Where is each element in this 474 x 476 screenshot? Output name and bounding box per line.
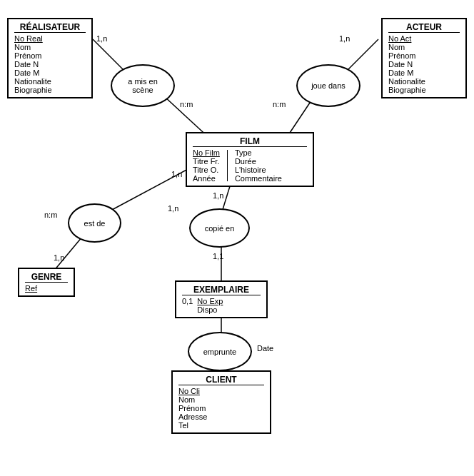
acteur-prenom: Prénom [388,51,460,60]
realisateur-date-n: Date N [14,60,86,69]
card-real-top: 1,n [96,34,107,43]
client-tel: Tel [178,421,264,430]
exemplaire-right: No Exp Dispo [197,297,223,314]
copie-en-relation: copié en [189,208,250,248]
genre-attrs: Ref [25,284,68,293]
film-type: Type [235,148,282,157]
card-est-de-1n: 1,n [54,253,64,262]
acteur-nationalite: Nationalite [388,77,460,86]
film-duree: Durée [235,157,282,166]
film-titre-o: Titre O. [193,166,220,174]
card-acteur-top: 1,n [339,34,350,43]
acteur-date-m: Date M [388,69,460,77]
a-mis-en-scene-label: a mis enscène [128,77,158,94]
client-title: CLIENT [178,375,264,385]
film-attrs-right: Type Durée L'histoire Commentaire [235,148,282,183]
joue-dans-label: joue dans [311,81,346,90]
acteur-nom: Nom [388,43,460,51]
film-entity: FILM No Film Titre Fr. Titre O. Année Ty… [186,132,314,187]
client-nom: Nom [178,395,264,404]
erd-diagram: RÉALISATEUR No Real Nom Prénom Date N Da… [0,0,474,476]
joue-dans-relation: joue dans [296,64,360,107]
acteur-title: ACTEUR [388,22,460,33]
realisateur-entity: RÉALISATEUR No Real Nom Prénom Date N Da… [7,18,93,98]
film-title: FILM [193,136,307,147]
film-attrs-left: No Film Titre Fr. Titre O. Année [193,148,220,183]
film-histoire: L'histoire [235,166,282,174]
film-attrs-divider [227,150,228,181]
realisateur-prenom: Prénom [14,51,86,60]
genre-ref: Ref [25,284,68,293]
card-film-copie-film: 1,n [213,191,223,200]
acteur-date-n: Date N [388,60,460,69]
card-rel-acteur-nm: n:m [273,100,286,108]
exemplaire-attrs-container: 0,1 No Exp Dispo [182,297,261,314]
card-est-de-nm: n:m [44,211,57,219]
exemplaire-left: 0,1 [182,297,193,314]
exemplaire-title: EXEMPLAIRE [182,285,261,295]
client-attrs: No Cli Nom Prénom Adresse Tel [178,387,264,430]
realisateur-date-m: Date M [14,69,86,77]
est-de-relation: est de [68,203,121,243]
acteur-biographie: Biographie [388,86,460,94]
card-film-genre-film: 1,n [171,170,182,178]
acteur-attrs: No Act Nom Prénom Date N Date M National… [388,34,460,94]
card-copie-1n-top: 1,n [168,204,178,213]
film-attrs-container: No Film Titre Fr. Titre O. Année Type Du… [193,148,307,183]
film-titre-fr: Titre Fr. [193,157,220,166]
realisateur-title: RÉALISATEUR [14,22,86,33]
acteur-no-act: No Act [388,34,460,43]
exemplaire-no-exp: No Exp [197,297,223,305]
client-adresse: Adresse [178,412,264,421]
film-annee: Année [193,174,220,183]
exemplaire-dispo: Dispo [197,305,223,314]
client-prenom: Prénom [178,404,264,412]
realisateur-no-real: No Real [14,34,86,43]
exemplaire-01: 0,1 [182,297,193,305]
client-entity: CLIENT No Cli Nom Prénom Adresse Tel [171,370,271,434]
acteur-entity: ACTEUR No Act Nom Prénom Date N Date M N… [381,18,467,98]
realisateur-nationalite: Nationalite [14,77,86,86]
copie-en-label: copié en [205,224,235,233]
realisateur-nom: Nom [14,43,86,51]
film-no-film: No Film [193,148,220,157]
client-no-cli: No Cli [178,387,264,395]
genre-entity: GENRE Ref [18,268,75,297]
emprunte-relation: emprunte [188,332,252,371]
card-rel-real-nm: n:m [180,100,193,108]
realisateur-biographie: Biographie [14,86,86,94]
a-mis-en-scene-relation: a mis enscène [111,64,175,107]
genre-title: GENRE [25,272,68,283]
card-copie-11-bottom: 1,1 [213,252,223,260]
exemplaire-entity: EXEMPLAIRE 0,1 No Exp Dispo [175,280,268,318]
est-de-label: est de [84,219,106,228]
film-commentaire: Commentaire [235,174,282,183]
emprunte-label: emprunte [203,348,236,356]
emprunte-date-label: Date [257,344,273,353]
realisateur-attrs: No Real Nom Prénom Date N Date M Nationa… [14,34,86,94]
